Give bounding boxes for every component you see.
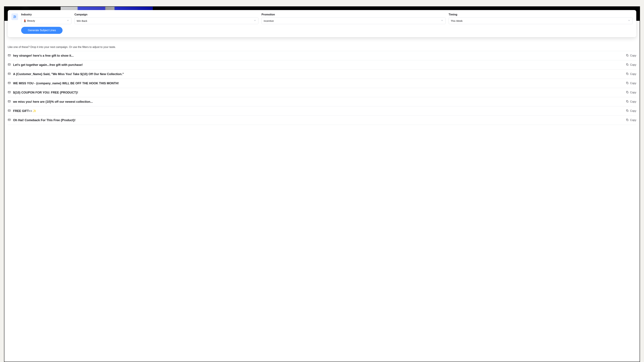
list-item-left: ${10} COUPON FOR YOU: FREE {PRODUCT}!: [8, 91, 78, 94]
app-frame: Industry 💄 Beauty Campaign Win Back: [4, 6, 243, 137]
filter-card: Industry 💄 Beauty Campaign Win Back: [8, 10, 243, 37]
mail-icon: [8, 118, 11, 122]
list-item-left: Oh Hai! Comeback For This Free {Product}…: [8, 118, 76, 122]
list-item-left: FREE GIFT👀✨: [8, 109, 36, 113]
list-item-left: Let's get together again...free gift wit…: [8, 63, 83, 67]
generate-button[interactable]: Generate Subject Lines: [21, 27, 62, 34]
list-item-left: A {Customer_Name} Said, "We Miss You! Ta…: [8, 72, 124, 76]
subject-text: Oh Hai! Comeback For This Free {Product}…: [13, 118, 76, 122]
hint-text: Like one of these? Drop it into your nex…: [8, 44, 243, 51]
mail-icon: [8, 91, 11, 94]
subject-text: hey stranger! here's a free gift to show…: [13, 54, 74, 57]
select-campaign[interactable]: Win Back: [74, 17, 243, 24]
list-item-left: we miss you! here are {10}% off our newe…: [8, 100, 93, 104]
subject-text: WE MISS YOU - {company_name} WILL BE OFF…: [13, 82, 119, 85]
filter-label-campaign: Campaign: [74, 13, 243, 16]
mail-icon: [8, 81, 11, 85]
svg-point-5: [14, 17, 14, 18]
mail-icon: [8, 109, 11, 113]
filter-industry: Industry 💄 Beauty: [21, 13, 72, 24]
list-item: we miss you! here are {10}% off our newe…: [8, 97, 243, 106]
select-value-industry: 💄 Beauty: [23, 19, 35, 22]
subject-text: we miss you! here are {10}% off our newe…: [13, 100, 93, 104]
list-item: hey stranger! here's a free gift to show…: [8, 51, 243, 60]
list-item: FREE GIFT👀✨ Copy: [8, 106, 243, 116]
list-item-left: hey stranger! here's a free gift to show…: [8, 54, 74, 57]
subject-text: Let's get together again...free gift wit…: [13, 63, 83, 67]
mail-icon: [8, 54, 11, 57]
results-section: Like one of these? Drop it into your nex…: [8, 44, 243, 137]
mail-icon: [8, 100, 11, 104]
svg-point-3: [15, 16, 16, 17]
subject-text: A {Customer_Name} Said, "We Miss You! Ta…: [13, 72, 124, 76]
select-industry[interactable]: 💄 Beauty: [21, 17, 72, 24]
chevron-down-icon: [66, 19, 69, 22]
list-item: WE MISS YOU - {company_name} WILL BE OFF…: [8, 79, 243, 88]
filters-row: Industry 💄 Beauty Campaign Win Back: [12, 13, 243, 24]
banner-glow: [16, 6, 34, 10]
subject-text: ${10} COUPON FOR YOU: FREE {PRODUCT}!: [13, 91, 78, 94]
mail-icon: [8, 72, 11, 76]
svg-point-1: [14, 15, 14, 16]
results-list: hey stranger! here's a free gift to show…: [8, 51, 243, 125]
list-item: Let's get together again...free gift wit…: [8, 60, 243, 69]
list-item: Oh Hai! Comeback For This Free {Product}…: [8, 116, 243, 125]
actions-row: Generate Subject Lines: [12, 27, 243, 34]
filter-campaign: Campaign Win Back: [74, 13, 243, 24]
list-item: A {Customer_Name} Said, "We Miss You! Ta…: [8, 69, 243, 79]
list-item: ${10} COUPON FOR YOU: FREE {PRODUCT}! Co…: [8, 88, 243, 97]
select-value-campaign: Win Back: [77, 19, 87, 22]
filter-label-industry: Industry: [21, 13, 72, 16]
sliders-icon: [12, 13, 18, 20]
mail-icon: [8, 63, 11, 67]
list-item-left: WE MISS YOU - {company_name} WILL BE OFF…: [8, 81, 119, 85]
subject-text: FREE GIFT👀✨: [13, 109, 36, 113]
